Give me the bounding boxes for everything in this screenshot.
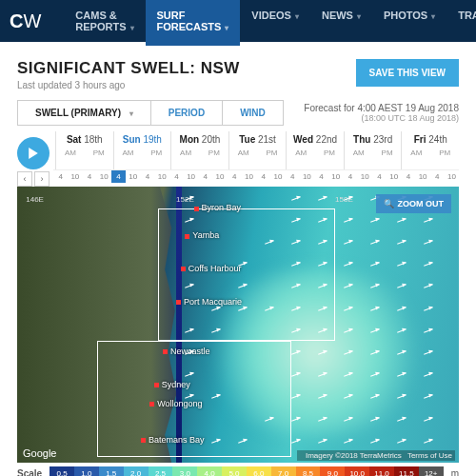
lon-label: 158E [335, 195, 353, 204]
scale-step: 2.5 [149, 466, 173, 476]
scale-step: 0.5 [50, 466, 74, 476]
logo[interactable]: CW [10, 10, 41, 32]
day-wed[interactable]: Wed 22ndAMPM [286, 131, 344, 169]
day-tue[interactable]: Tue 21stAMPM [228, 131, 287, 169]
hour-slot[interactable]: 10 [358, 169, 372, 183]
scale-step: 1.0 [74, 466, 99, 476]
hour-slot[interactable]: 4 [430, 169, 445, 183]
day-sat[interactable]: Sat 18thAMPM [55, 131, 113, 169]
city-coffs-harbour[interactable]: Coffs Harbour [181, 264, 242, 273]
hour-slot[interactable]: 4 [82, 169, 96, 183]
hour-slot[interactable]: 10 [300, 169, 314, 183]
timeline: Sat 18thAMPMSun 19thAMPMMon 20thAMPMTue … [17, 131, 459, 169]
scale-step: 5.0 [222, 466, 247, 476]
hour-slot[interactable]: 4 [53, 169, 68, 183]
scale-step: 3.0 [172, 466, 197, 476]
scale-step: 11.5 [394, 466, 419, 476]
scale-step: 6.0 [247, 466, 271, 476]
hour-slot[interactable]: 4 [314, 169, 328, 183]
scale-step: 11.0 [369, 466, 394, 476]
hour-slot[interactable]: 4 [286, 169, 300, 183]
hour-slot[interactable]: 4 [228, 169, 242, 183]
hour-slot[interactable]: 4 [140, 169, 154, 183]
scale-step: 4.0 [197, 466, 222, 476]
scale-step: 12+ [419, 466, 444, 476]
map-attribution: Imagery ©2018 TerraMetricsTerms of Use [297, 450, 455, 461]
hour-slot[interactable]: 4 [198, 169, 212, 183]
nav-surf-forecasts[interactable]: SURF FORECASTS [146, 0, 241, 46]
hour-slot[interactable]: 10 [387, 169, 401, 183]
tab-period[interactable]: PERIOD [151, 101, 223, 125]
hour-slot[interactable]: 10 [270, 169, 285, 183]
city-byron-bay[interactable]: Byron Bay [194, 203, 242, 212]
magnify-icon: 🔍 [384, 199, 394, 208]
city-newcastle[interactable]: Newcastle [163, 347, 210, 356]
layer-tabs: SWELL (PRIMARY) ▾PERIODWIND [17, 100, 284, 126]
nav-travel[interactable]: TRAVEL [446, 0, 476, 46]
tab-swell-primary-[interactable]: SWELL (PRIMARY) ▾ [18, 101, 151, 125]
play-button[interactable] [17, 137, 50, 169]
hour-slot[interactable]: 10 [68, 169, 82, 183]
city-sydney[interactable]: Sydney [154, 380, 190, 389]
last-updated: Last updated 3 hours ago [17, 80, 240, 90]
scale-step: 8.5 [296, 466, 321, 476]
page: SIGNIFICANT SWELL: NSW Last updated 3 ho… [0, 42, 476, 476]
hour-slot[interactable]: 10 [97, 169, 111, 183]
timeline-prev[interactable]: ‹ [17, 171, 32, 187]
lon-label: 146E [26, 195, 44, 204]
hour-slot[interactable]: 10 [184, 169, 198, 183]
hour-slot[interactable]: 10 [212, 169, 227, 183]
hour-slot[interactable]: 10 [328, 169, 343, 183]
nav-videos[interactable]: VIDEOS [240, 0, 310, 46]
city-yamba[interactable]: Yamba [185, 230, 219, 240]
scale-step: 1.5 [99, 466, 124, 476]
forecast-timestamp: Forecast for 4:00 AEST 19 Aug 2018 (18:0… [304, 103, 459, 123]
city-wollongong[interactable]: Wollongong [149, 399, 202, 408]
hour-slot[interactable]: 4 [111, 169, 126, 183]
hour-slot[interactable]: 10 [445, 169, 459, 183]
google-attribution: Google [23, 447, 56, 459]
day-mon[interactable]: Mon 20thAMPM [170, 131, 228, 169]
hour-slot[interactable]: 4 [401, 169, 415, 183]
lon-label: 152E [176, 195, 194, 204]
scale-step: 10.0 [345, 466, 369, 476]
save-view-button[interactable]: SAVE THIS VIEW [356, 59, 459, 87]
zoom-out-button[interactable]: 🔍 ZOOM OUT [376, 194, 452, 213]
nav-news[interactable]: NEWS [310, 0, 372, 46]
city-batemans-bay[interactable]: Batemans Bay [141, 435, 205, 445]
nav-photos[interactable]: PHOTOS [372, 0, 446, 46]
day-sun[interactable]: Sun 19thAMPM [113, 131, 171, 169]
scale-step: 9.0 [320, 466, 345, 476]
hour-slot[interactable]: 10 [126, 169, 140, 183]
color-scale: Scale 0.51.01.52.02.53.04.05.06.07.08.59… [17, 466, 459, 476]
scale-step: 2.0 [124, 466, 149, 476]
hour-slot[interactable]: 10 [155, 169, 169, 183]
hour-slot[interactable]: 4 [169, 169, 184, 183]
hour-slot[interactable]: 4 [256, 169, 270, 183]
timeline-next[interactable]: › [34, 171, 50, 187]
page-title: SIGNIFICANT SWELL: NSW [17, 59, 240, 78]
scale-step: 7.0 [271, 466, 296, 476]
hour-slot[interactable]: 4 [343, 169, 357, 183]
nav-cams-reports[interactable]: CAMS & REPORTS [64, 0, 145, 46]
city-port-macquarie[interactable]: Port Macquarie [176, 297, 242, 307]
forecast-map[interactable]: Byron BayYambaCoffs HarbourPort Macquari… [17, 187, 459, 463]
hour-slot[interactable]: 4 [372, 169, 387, 183]
tab-wind[interactable]: WIND [223, 101, 283, 125]
hour-slot[interactable]: 10 [415, 169, 429, 183]
day-fri[interactable]: Fri 24thAMPM [401, 131, 459, 169]
top-nav: CW CAMS & REPORTSSURF FORECASTSVIDEOSNEW… [0, 0, 476, 42]
hour-slot[interactable]: 10 [242, 169, 256, 183]
day-thu[interactable]: Thu 23rdAMPM [344, 131, 402, 169]
